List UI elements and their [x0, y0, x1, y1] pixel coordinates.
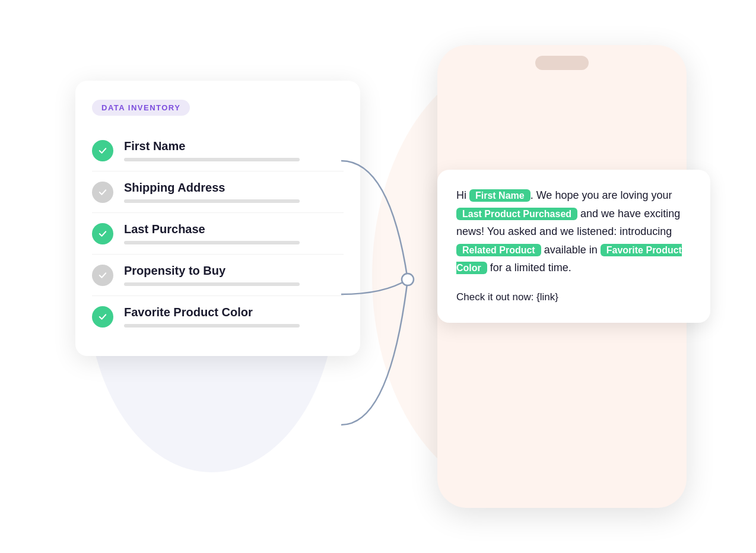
- inventory-item-last-purchase: Last Purchase: [92, 213, 344, 255]
- check-icon-first-name: [92, 140, 113, 161]
- item-content-propensity: Propensity to Buy: [124, 264, 344, 286]
- item-content-last-purchase: Last Purchase: [124, 223, 344, 244]
- item-content-shipping-address: Shipping Address: [124, 181, 344, 203]
- related-product-tag: Related Product: [456, 244, 541, 256]
- scene: DATA INVENTORY First Name Shipping Addre…: [52, 33, 704, 520]
- text3: available in: [541, 244, 601, 256]
- item-label-last-purchase: Last Purchase: [124, 223, 344, 236]
- inventory-item-favorite-color: Favorite Product Color: [92, 296, 344, 337]
- item-bar-shipping-address: [124, 199, 300, 203]
- check-icon-last-purchase: [92, 223, 113, 244]
- phone-notch-inner: [535, 56, 589, 70]
- card-badge: DATA INVENTORY: [92, 100, 190, 116]
- item-bar-favorite-color: [124, 324, 300, 328]
- item-content-first-name: First Name: [124, 139, 344, 161]
- item-label-propensity: Propensity to Buy: [124, 264, 344, 278]
- item-label-shipping-address: Shipping Address: [124, 181, 344, 195]
- first-name-tag: First Name: [469, 189, 531, 202]
- item-content-favorite-color: Favorite Product Color: [124, 306, 344, 328]
- last-product-tag: Last Product Purchased: [456, 208, 577, 220]
- item-bar-first-name: [124, 158, 300, 161]
- item-label-favorite-color: Favorite Product Color: [124, 306, 344, 319]
- greeting-start: Hi: [456, 189, 469, 201]
- check-icon-shipping-address: [92, 182, 113, 203]
- message-bubble: Hi First Name. We hope you are loving yo…: [437, 170, 710, 323]
- check-icon-propensity: [92, 265, 113, 286]
- phone-notch: [532, 56, 592, 72]
- check-icon-favorite-color: [92, 306, 113, 328]
- greeting-end: . We hope you are loving your: [531, 189, 672, 201]
- inventory-item-first-name: First Name: [92, 130, 344, 171]
- message-body: Hi First Name. We hope you are loving yo…: [456, 186, 691, 277]
- message-cta: Check it out now: {link}: [456, 289, 691, 306]
- item-bar-propensity: [124, 282, 300, 286]
- item-label-first-name: First Name: [124, 139, 344, 153]
- text4: for a limited time.: [487, 262, 571, 274]
- item-bar-last-purchase: [124, 241, 300, 244]
- data-inventory-card: DATA INVENTORY First Name Shipping Addre…: [75, 81, 360, 356]
- inventory-item-shipping-address: Shipping Address: [92, 171, 344, 213]
- inventory-item-propensity: Propensity to Buy: [92, 255, 344, 296]
